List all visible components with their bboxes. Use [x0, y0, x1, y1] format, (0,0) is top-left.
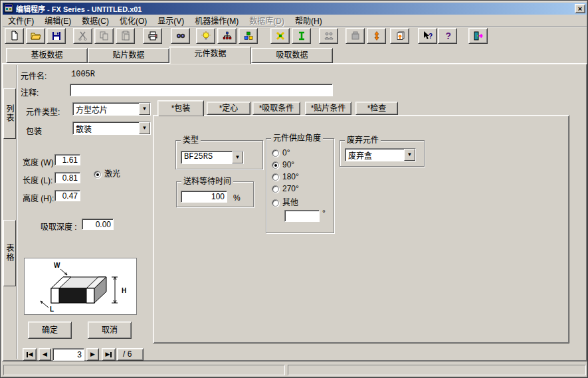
- radio-icon[interactable]: [272, 161, 279, 169]
- menu-edit[interactable]: 编辑(E): [39, 14, 76, 27]
- optimize-button[interactable]: [217, 28, 237, 44]
- angle-0-radio[interactable]: 0°: [272, 148, 290, 157]
- exit-button[interactable]: [468, 28, 488, 44]
- dropdown-arrow-icon[interactable]: ▼: [232, 151, 243, 163]
- laser-radio[interactable]: 激光: [94, 167, 120, 179]
- feeder-type-combo[interactable]: BF25RS ▼: [181, 151, 244, 164]
- vertical-arrows-button[interactable]: [367, 28, 386, 44]
- package-combo[interactable]: 散装 ▼: [72, 122, 151, 135]
- menu-machine-operation[interactable]: 机器操作(M): [189, 14, 244, 27]
- open-file-button[interactable]: [26, 28, 45, 44]
- tab-pickup-data[interactable]: 吸取数据: [251, 48, 333, 63]
- tab-centering[interactable]: *定心: [207, 102, 250, 115]
- length-input[interactable]: [54, 172, 80, 183]
- angle-other-radio[interactable]: 其他: [272, 196, 298, 207]
- supply-angle-group-title: 元件供应角度: [271, 134, 323, 143]
- discard-combo[interactable]: 废弃盒 ▼: [345, 148, 416, 161]
- angle-180-radio[interactable]: 180°: [272, 172, 299, 181]
- tab-placement-data[interactable]: 贴片数据: [88, 48, 169, 63]
- nav-last-button[interactable]: ▶: [102, 348, 116, 361]
- dropdown-arrow-icon[interactable]: ▼: [404, 149, 415, 161]
- gray-machine-icon: [350, 31, 361, 41]
- machine-x-icon: [275, 31, 286, 41]
- width-input[interactable]: [54, 154, 80, 165]
- side-separator: [17, 65, 18, 359]
- record-number-input[interactable]: [52, 348, 84, 361]
- context-help-button[interactable]: ?: [418, 28, 437, 44]
- title-bar: 编辑程序 - FX Series - UNTITLED.x01 ×: [3, 3, 587, 15]
- angle-other-unit: °: [322, 209, 326, 218]
- tab-package[interactable]: *包装: [157, 100, 204, 116]
- ok-button[interactable]: 确定: [28, 322, 72, 339]
- part-type-combo[interactable]: 方型芯片 ▼: [72, 102, 151, 116]
- svg-text:?: ?: [429, 33, 433, 40]
- tab-inspection[interactable]: *检查: [355, 102, 398, 115]
- tab-pickup-condition[interactable]: *吸取条件: [252, 102, 300, 115]
- angle-270-radio[interactable]: 270°: [272, 184, 299, 193]
- find-button[interactable]: [171, 28, 190, 44]
- people-button: [319, 28, 338, 44]
- nav-first-button[interactable]: ◀: [23, 348, 37, 361]
- dropdown-arrow-icon[interactable]: ▼: [139, 103, 150, 115]
- new-document-icon: [9, 31, 20, 41]
- nav-next-button[interactable]: ▶: [86, 348, 99, 361]
- tab-board-data[interactable]: 基板数据: [6, 48, 88, 63]
- menu-help[interactable]: 帮助(H): [290, 14, 328, 27]
- pickup-depth-input[interactable]: [82, 219, 114, 230]
- parts-button[interactable]: [239, 28, 258, 44]
- save-floppy-icon: [51, 31, 62, 41]
- menu-data[interactable]: 数据(C): [76, 14, 114, 27]
- comment-label: 注释:: [21, 86, 39, 98]
- menu-view[interactable]: 显示(V): [152, 14, 189, 27]
- side-tab-table[interactable]: 表格: [3, 220, 16, 286]
- radio-icon[interactable]: [272, 199, 279, 207]
- cancel-button[interactable]: 取消: [88, 322, 132, 339]
- first-record-icon: [27, 352, 28, 357]
- copy-button: [94, 28, 114, 44]
- discard-group-title: 废弃元件: [345, 136, 381, 145]
- machine-x-button[interactable]: [270, 28, 290, 44]
- radio-icon[interactable]: [272, 185, 279, 193]
- stack-button[interactable]: [390, 28, 409, 44]
- left-arrow-icon: ◀: [29, 351, 33, 357]
- status-bar-left: [3, 365, 285, 375]
- print-icon: [147, 31, 158, 41]
- feed-wait-unit: %: [233, 193, 241, 203]
- angle-90-radio[interactable]: 90°: [272, 160, 294, 169]
- feed-wait-input[interactable]: [181, 191, 227, 203]
- hint-button[interactable]: [196, 28, 215, 44]
- radio-icon[interactable]: [272, 149, 279, 157]
- dropdown-arrow-icon[interactable]: ▼: [139, 122, 150, 134]
- side-tab-list[interactable]: 列表: [3, 88, 16, 139]
- print-button[interactable]: [143, 28, 162, 44]
- part-name-value: 1005R: [71, 70, 95, 79]
- help-button[interactable]: ?: [438, 28, 457, 44]
- i-beam-button[interactable]: [292, 28, 311, 44]
- tab-placement-condition[interactable]: *贴片条件: [305, 102, 351, 115]
- package-label: 包装: [26, 125, 42, 136]
- menu-optimize[interactable]: 优化(O): [114, 14, 152, 27]
- cut-button: [73, 28, 92, 44]
- tab-component-data[interactable]: 元件数据: [169, 47, 251, 64]
- gray-machine-button: [345, 28, 365, 44]
- right-arrow-icon: ▶: [106, 351, 110, 357]
- cut-icon: [78, 31, 88, 41]
- menu-file[interactable]: 文件(F): [3, 14, 39, 27]
- new-file-button[interactable]: [5, 28, 24, 44]
- part-name-label: 元件名:: [21, 70, 47, 81]
- paste-icon: [120, 31, 131, 41]
- radio-icon[interactable]: [94, 171, 101, 178]
- radio-icon[interactable]: [272, 173, 279, 181]
- comment-input[interactable]: [70, 84, 333, 96]
- nav-previous-button[interactable]: ◀: [39, 348, 51, 361]
- angle-other-input[interactable]: [284, 210, 320, 222]
- optimize-tree-icon: [222, 31, 233, 41]
- svg-text:?: ?: [445, 31, 451, 41]
- save-button[interactable]: [47, 28, 66, 44]
- menu-database: 数据库(D): [244, 14, 290, 27]
- close-button[interactable]: ×: [575, 4, 585, 13]
- copy-icon: [99, 31, 110, 41]
- length-label: 长度 (L):: [23, 174, 52, 185]
- vertical-arrows-icon: [371, 31, 382, 41]
- height-input[interactable]: [54, 190, 80, 201]
